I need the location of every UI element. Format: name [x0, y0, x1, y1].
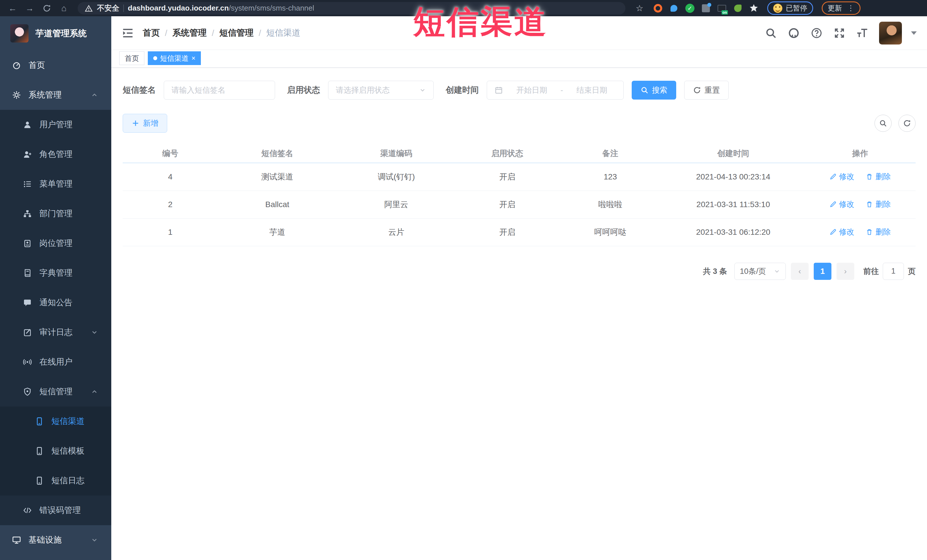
sidebar-item-notice[interactable]: 通知公告	[0, 288, 111, 317]
sidebar-item-system-management[interactable]: 系统管理	[0, 80, 111, 110]
refresh-icon	[693, 86, 701, 94]
browser-forward-icon[interactable]: →	[22, 2, 37, 15]
bookmark-star-icon[interactable]: ☆	[636, 3, 643, 13]
cell-status: 开启	[456, 163, 559, 191]
breadcrumb-system[interactable]: 系统管理	[172, 27, 207, 39]
chevron-up-icon	[91, 91, 98, 99]
breadcrumb-separator: /	[212, 28, 214, 38]
cell-remark: 呵呵呵哒	[559, 218, 662, 246]
github-icon[interactable]	[788, 27, 800, 39]
toggle-search-button[interactable]	[874, 115, 892, 132]
extension-blue-drop-icon[interactable]	[669, 3, 679, 13]
url-text[interactable]: dashboard.yudao.iocoder.cn/system/sms/sm…	[128, 4, 314, 12]
sidebar-item-role-management[interactable]: 角色管理	[0, 140, 111, 169]
help-question-icon[interactable]	[811, 27, 822, 39]
goto-page-input[interactable]	[883, 263, 904, 280]
search-button[interactable]: 搜索	[632, 81, 676, 100]
sidebar-item-sms-template[interactable]: 短信模板	[0, 436, 111, 466]
start-date-placeholder[interactable]: 开始日期	[508, 85, 556, 95]
user-avatar[interactable]	[879, 22, 902, 44]
browser-menu-kebab-icon[interactable]: ⋮	[847, 4, 854, 12]
chevron-up-icon	[91, 388, 98, 395]
browser-back-icon[interactable]: ←	[5, 2, 20, 15]
hamburger-icon[interactable]	[122, 27, 134, 39]
extension-on-badge-icon[interactable]: on	[717, 3, 727, 13]
extension-green-check-icon[interactable]: ✓	[685, 3, 695, 13]
sms-channel-table: 编号 短信签名 渠道编码 启用状态 备注 创建时间 操作 4 测试渠道	[123, 144, 916, 246]
cell-actions: 修改 删除	[805, 191, 916, 218]
sidebar-item-dept-management[interactable]: 部门管理	[0, 199, 111, 229]
not-secure-warning-icon[interactable]	[84, 5, 93, 12]
status-select[interactable]: 请选择启用状态	[328, 81, 434, 100]
end-date-placeholder[interactable]: 结束日期	[568, 85, 616, 95]
sidebar-item-menu-management[interactable]: 菜单管理	[0, 169, 111, 199]
extension-sprout-icon[interactable]	[733, 3, 743, 13]
edit-button[interactable]: 修改	[830, 171, 854, 182]
paused-extension-badge[interactable]: 已暂停	[767, 2, 813, 15]
search-button-label: 搜索	[652, 85, 667, 95]
sidebar-item-sms-log[interactable]: 短信日志	[0, 466, 111, 496]
extension-puzzle-icon[interactable]	[749, 3, 759, 13]
delete-button[interactable]: 删除	[866, 199, 891, 209]
prev-page-button[interactable]: ‹	[791, 263, 808, 280]
tab-home[interactable]: 首页	[119, 52, 144, 65]
header-search-icon[interactable]	[765, 27, 777, 39]
page-size-value: 10条/页	[740, 266, 766, 276]
sidebar-item-error-code[interactable]: 错误码管理	[0, 496, 111, 525]
breadcrumb-sms[interactable]: 短信管理	[219, 27, 254, 39]
table-row: 1 芋道 云片 开启 呵呵呵哒 2021-03-31 06:12:20 修改 删…	[123, 218, 916, 246]
smiley-extension-icon	[773, 4, 782, 13]
table-header-row: 编号 短信签名 渠道编码 启用状态 备注 创建时间 操作	[123, 144, 916, 163]
pagination-total: 共 3 条	[703, 266, 727, 276]
sidebar-logo[interactable]: 芋道管理系统	[0, 16, 111, 50]
page-size-select[interactable]: 10条/页	[734, 263, 786, 280]
next-page-button[interactable]: ›	[837, 263, 854, 280]
annotation-watermark: 短信渠道	[413, 1, 548, 44]
sidebar-item-home[interactable]: 首页	[0, 50, 111, 80]
sidebar-item-infrastructure[interactable]: 基础设施	[0, 525, 111, 555]
not-secure-label[interactable]: 不安全	[97, 3, 119, 13]
plus-icon	[132, 119, 140, 127]
notice-icon	[23, 298, 32, 307]
sidebar-item-user-management[interactable]: 用户管理	[0, 110, 111, 140]
reset-button[interactable]: 重置	[684, 81, 729, 100]
sidebar-item-post-management[interactable]: 岗位管理	[0, 229, 111, 258]
extension-grid-icon[interactable]	[701, 3, 711, 13]
edit-button[interactable]: 修改	[830, 199, 854, 209]
extension-orange-ring-icon[interactable]	[653, 3, 663, 13]
tab-sms-channel[interactable]: 短信渠道 ×	[148, 52, 201, 65]
status-label: 启用状态	[287, 85, 320, 96]
refresh-table-button[interactable]	[898, 115, 916, 132]
dashboard-icon	[12, 61, 21, 70]
page-content: 短信签名 启用状态 请选择启用状态 创建时间 开始日期 - 结束日期	[111, 68, 927, 560]
cell-status: 开启	[456, 191, 559, 218]
date-range-picker[interactable]: 开始日期 - 结束日期	[487, 81, 624, 100]
sidebar-item-label: 基础设施	[29, 534, 62, 546]
sidebar-item-dict-management[interactable]: 字典管理	[0, 258, 111, 288]
sidebar-item-label: 短信模板	[52, 445, 84, 457]
sign-input[interactable]	[172, 86, 267, 95]
sidebar-item-online-users[interactable]: 在线用户	[0, 347, 111, 377]
sidebar-item-sms-channel[interactable]: 短信渠道	[0, 407, 111, 436]
sidebar-item-audit-log[interactable]: 审计日志	[0, 317, 111, 347]
browser-home-icon[interactable]: ⌂	[56, 2, 71, 15]
tab-close-icon[interactable]: ×	[191, 54, 195, 62]
browser-update-button[interactable]: 更新 ⋮	[822, 2, 860, 15]
breadcrumb-separator: /	[165, 28, 167, 38]
col-status: 启用状态	[456, 144, 559, 163]
page-number-button[interactable]: 1	[814, 263, 831, 280]
breadcrumb-home[interactable]: 首页	[143, 27, 160, 39]
trash-icon	[866, 173, 873, 180]
browser-reload-icon[interactable]	[40, 2, 54, 15]
sidebar-item-sms-management[interactable]: 短信管理	[0, 377, 111, 407]
search-icon	[879, 119, 887, 127]
delete-button[interactable]: 删除	[866, 171, 891, 182]
edit-button[interactable]: 修改	[830, 227, 854, 237]
delete-button[interactable]: 删除	[866, 227, 891, 237]
fullscreen-icon[interactable]	[833, 27, 845, 39]
add-button[interactable]: 新增	[123, 114, 167, 133]
extension-icons: ✓ on	[653, 3, 759, 13]
font-size-icon[interactable]	[856, 27, 868, 39]
online-user-icon	[23, 357, 32, 367]
avatar-caret-down-icon[interactable]	[911, 31, 917, 35]
